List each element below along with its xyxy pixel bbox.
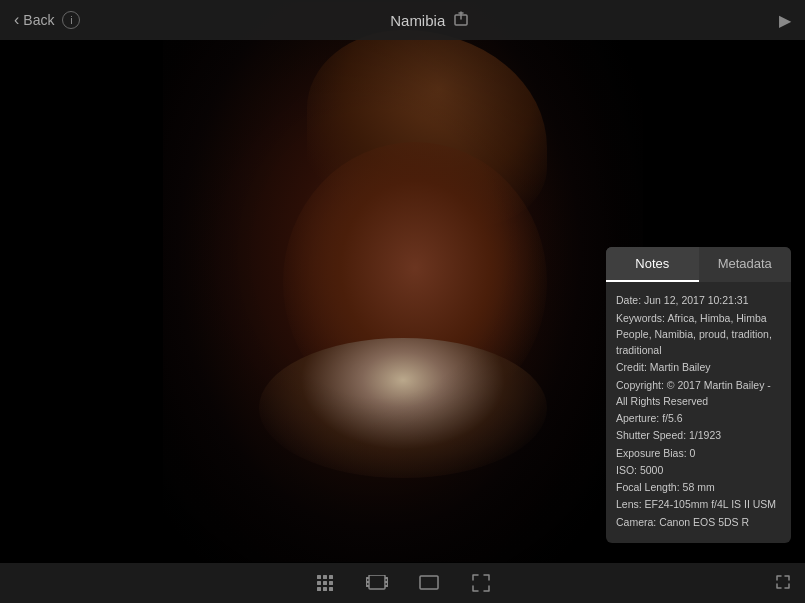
expand-arrows-icon xyxy=(472,574,490,592)
meta-date: Date: Jun 12, 2017 10:21:31 xyxy=(616,292,781,308)
exposure-value: 0 xyxy=(690,447,696,459)
meta-keywords: Keywords: Africa, Himba, Himba People, N… xyxy=(616,310,781,359)
header-right: ▶ xyxy=(779,11,791,30)
grid-icon xyxy=(317,575,333,591)
keywords-label: Keywords: xyxy=(616,312,665,324)
shutter-label: Shutter Speed: xyxy=(616,429,686,441)
svg-rect-5 xyxy=(367,583,369,585)
back-chevron-icon: ‹ xyxy=(14,11,19,29)
lens-value: EF24-105mm f/4L IS II USM xyxy=(645,498,777,510)
next-button[interactable]: ▶ xyxy=(779,11,791,30)
info-panel: Notes Metadata Date: Jun 12, 2017 10:21:… xyxy=(606,247,791,543)
single-view-button[interactable] xyxy=(417,571,441,595)
meta-iso: ISO: 5000 xyxy=(616,462,781,478)
back-label: Back xyxy=(23,12,54,28)
tab-notes[interactable]: Notes xyxy=(606,247,699,282)
camera-value: Canon EOS 5DS R xyxy=(659,516,749,528)
iso-value: 5000 xyxy=(640,464,663,476)
back-button[interactable]: ‹ Back xyxy=(14,11,54,29)
exposure-label: Exposure Bias: xyxy=(616,447,687,459)
header-left: ‹ Back i xyxy=(14,11,80,29)
svg-rect-7 xyxy=(385,583,387,585)
panel-tabs: Notes Metadata xyxy=(606,247,791,282)
header-bar: ‹ Back i Namibia ▶ xyxy=(0,0,805,40)
fullscreen-button[interactable] xyxy=(775,574,791,593)
date-value: Jun 12, 2017 10:21:31 xyxy=(644,294,749,306)
tab-metadata[interactable]: Metadata xyxy=(699,247,792,282)
svg-rect-3 xyxy=(385,577,388,587)
expand-arrows-button[interactable] xyxy=(469,571,493,595)
meta-exposure: Exposure Bias: 0 xyxy=(616,445,781,461)
date-label: Date: xyxy=(616,294,644,306)
svg-rect-1 xyxy=(369,575,385,589)
svg-rect-6 xyxy=(385,579,387,581)
meta-shutter: Shutter Speed: 1/1923 xyxy=(616,427,781,443)
filmstrip-icon xyxy=(366,575,388,591)
iso-label: ISO: xyxy=(616,464,637,476)
credit-value: Martin Bailey xyxy=(650,361,711,373)
photo-vignette xyxy=(163,2,643,562)
share-icon[interactable] xyxy=(453,11,469,30)
svg-rect-8 xyxy=(420,576,438,589)
shutter-value: 1/1923 xyxy=(689,429,721,441)
camera-label: Camera: xyxy=(616,516,656,528)
aperture-value: f/5.6 xyxy=(662,412,682,424)
svg-rect-4 xyxy=(367,579,369,581)
meta-lens: Lens: EF24-105mm f/4L IS II USM xyxy=(616,496,781,512)
panel-content: Date: Jun 12, 2017 10:21:31 Keywords: Af… xyxy=(606,282,791,543)
bottom-toolbar xyxy=(0,563,805,603)
lens-label: Lens: xyxy=(616,498,642,510)
photo xyxy=(163,2,643,562)
photo-title: Namibia xyxy=(390,12,445,29)
meta-camera: Camera: Canon EOS 5DS R xyxy=(616,514,781,530)
filmstrip-view-button[interactable] xyxy=(365,571,389,595)
aperture-label: Aperture: xyxy=(616,412,659,424)
focal-value: 58 mm xyxy=(683,481,715,493)
header-center: Namibia xyxy=(390,11,469,30)
copyright-label: Copyright: xyxy=(616,379,664,391)
grid-view-button[interactable] xyxy=(313,571,337,595)
meta-focal: Focal Length: 58 mm xyxy=(616,479,781,495)
single-icon xyxy=(419,575,439,591)
fullscreen-icon xyxy=(775,574,791,590)
credit-label: Credit: xyxy=(616,361,647,373)
focal-label: Focal Length: xyxy=(616,481,680,493)
meta-copyright: Copyright: © 2017 Martin Bailey - All Ri… xyxy=(616,377,781,410)
svg-rect-2 xyxy=(366,577,369,587)
info-icon[interactable]: i xyxy=(62,11,80,29)
meta-aperture: Aperture: f/5.6 xyxy=(616,410,781,426)
meta-credit: Credit: Martin Bailey xyxy=(616,359,781,375)
